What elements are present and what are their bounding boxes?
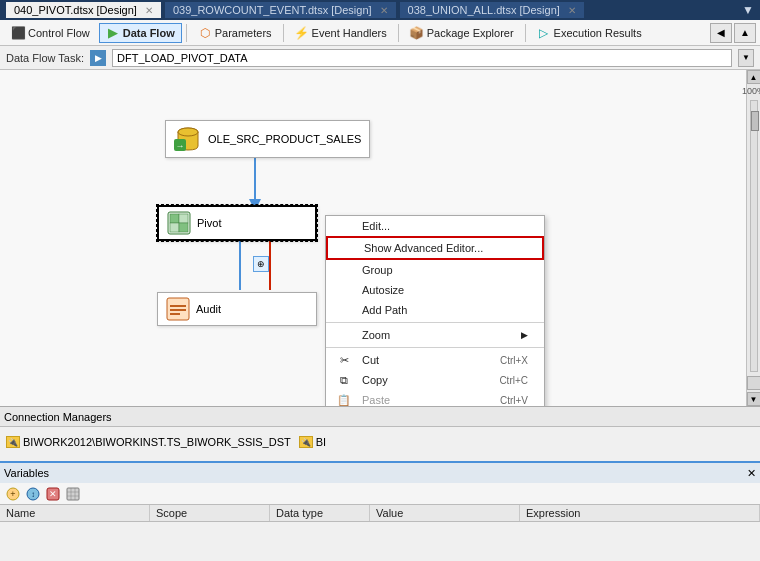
connection-managers-content: 🔌 BIWORK2012\BIWORKINST.TS_BIWORK_SSIS_D… bbox=[0, 427, 760, 457]
tab-040-pivot-label: 040_PIVOT.dtsx [Design] bbox=[14, 4, 137, 16]
execution-results-icon: ▷ bbox=[537, 26, 551, 40]
cm-zoom-label: Zoom bbox=[362, 329, 390, 341]
cm-edit[interactable]: Edit... bbox=[326, 216, 544, 236]
cm-cut[interactable]: ✂ Cut Ctrl+X bbox=[326, 350, 544, 370]
pivot-node[interactable]: Pivot bbox=[157, 205, 317, 241]
variables-header: Variables ✕ bbox=[0, 463, 760, 483]
toolbar-divider-3 bbox=[398, 24, 399, 42]
main-window: 040_PIVOT.dtsx [Design] ✕ 039_ROWCOUNT_E… bbox=[0, 0, 760, 561]
tab-039-rowcount-close[interactable]: ✕ bbox=[380, 5, 388, 16]
svg-rect-11 bbox=[179, 223, 188, 232]
svg-rect-9 bbox=[179, 214, 188, 223]
tab-039-rowcount[interactable]: 039_ROWCOUNT_EVENT.dtsx [Design] ✕ bbox=[165, 2, 396, 18]
toolbar-divider-4 bbox=[525, 24, 526, 42]
toolbar-collapse-btn[interactable]: ▲ bbox=[734, 23, 756, 43]
tab-040-pivot-close[interactable]: ✕ bbox=[145, 5, 153, 16]
connection-item-2[interactable]: 🔌 BI bbox=[299, 436, 326, 448]
copy-icon: ⧉ bbox=[336, 372, 352, 388]
cm-show-advanced-editor[interactable]: Show Advanced Editor... bbox=[326, 236, 544, 260]
variables-title: Variables bbox=[4, 467, 49, 479]
grid-variable-btn[interactable] bbox=[64, 486, 82, 502]
add-variable-btn[interactable]: + bbox=[4, 486, 22, 502]
scroll-down-btn[interactable]: ▼ bbox=[747, 392, 761, 406]
cm-show-advanced-editor-label: Show Advanced Editor... bbox=[364, 242, 483, 254]
delete-variable-btn[interactable]: ✕ bbox=[44, 486, 62, 502]
svg-rect-8 bbox=[170, 214, 179, 223]
settings-icon[interactable]: ▼ bbox=[742, 3, 754, 17]
task-dropdown-btn[interactable]: ▼ bbox=[738, 49, 754, 67]
connection-item-1[interactable]: 🔌 BIWORK2012\BIWORKINST.TS_BIWORK_SSIS_D… bbox=[6, 436, 291, 448]
tab-038-union-label: 038_UNION_ALL.dtsx [Design] bbox=[408, 4, 560, 16]
connection-label-1: BIWORK2012\BIWORKINST.TS_BIWORK_SSIS_DST bbox=[23, 436, 291, 448]
svg-text:✕: ✕ bbox=[49, 489, 57, 499]
connection-managers-tab[interactable]: Connection Managers bbox=[4, 411, 112, 423]
pivot-icon bbox=[167, 211, 191, 235]
resize-handle[interactable]: ⊕ bbox=[253, 256, 269, 272]
cm-copy-label: Copy bbox=[362, 374, 388, 386]
cm-paste-label: Paste bbox=[362, 394, 390, 406]
toolbar-data-flow[interactable]: ▶ Data Flow bbox=[99, 23, 182, 43]
right-scrollbar: ▲ 100% ▼ bbox=[746, 70, 760, 406]
toolbar-expand-btn[interactable]: ◀ bbox=[710, 23, 732, 43]
connection-managers-bar: Connection Managers bbox=[0, 407, 760, 427]
cm-cut-shortcut: Ctrl+X bbox=[500, 355, 528, 366]
tab-038-union-close[interactable]: ✕ bbox=[568, 5, 576, 16]
source-db-icon: → bbox=[174, 125, 202, 153]
cm-group[interactable]: Group bbox=[326, 260, 544, 280]
control-flow-label: Control Flow bbox=[28, 27, 90, 39]
paste-icon: 📋 bbox=[336, 392, 352, 406]
cm-sep1 bbox=[326, 322, 544, 323]
design-canvas[interactable]: → OLE_SRC_PRODUCT_SALES Pivot ⊕ bbox=[0, 70, 760, 406]
event-handlers-icon: ⚡ bbox=[295, 26, 309, 40]
toolbar-event-handlers[interactable]: ⚡ Event Handlers bbox=[288, 23, 394, 43]
scrollbar-square[interactable] bbox=[747, 376, 760, 390]
cm-edit-label: Edit... bbox=[362, 220, 390, 232]
cm-zoom-arrow: ▶ bbox=[521, 330, 528, 340]
cm-zoom[interactable]: Zoom ▶ bbox=[326, 325, 544, 345]
toolbar-parameters[interactable]: ⬡ Parameters bbox=[191, 23, 279, 43]
task-value-box: DFT_LOAD_PIVOT_DATA bbox=[112, 49, 732, 67]
variables-close-btn[interactable]: ✕ bbox=[747, 467, 756, 480]
move-variable-btn[interactable]: ↕ bbox=[24, 486, 42, 502]
svg-rect-15 bbox=[170, 313, 180, 315]
svg-rect-22 bbox=[67, 488, 79, 500]
vars-col-value: Value bbox=[370, 505, 520, 521]
tab-038-union[interactable]: 038_UNION_ALL.dtsx [Design] ✕ bbox=[400, 2, 584, 18]
svg-text:↕: ↕ bbox=[31, 490, 35, 499]
tab-bar: 040_PIVOT.dtsx [Design] ✕ 039_ROWCOUNT_E… bbox=[6, 2, 584, 18]
design-canvas-container: → OLE_SRC_PRODUCT_SALES Pivot ⊕ bbox=[0, 70, 760, 406]
toolbar-control-flow[interactable]: ⬛ Control Flow bbox=[4, 23, 97, 43]
main-toolbar: ⬛ Control Flow ▶ Data Flow ⬡ Parameters … bbox=[0, 20, 760, 46]
connection-label-2: BI bbox=[316, 436, 326, 448]
parameters-label: Parameters bbox=[215, 27, 272, 39]
zoom-label: 100% bbox=[742, 86, 760, 96]
event-handlers-label: Event Handlers bbox=[312, 27, 387, 39]
tab-040-pivot[interactable]: 040_PIVOT.dtsx [Design] ✕ bbox=[6, 2, 161, 18]
toolbar-execution-results[interactable]: ▷ Execution Results bbox=[530, 23, 649, 43]
scroll-up-btn[interactable]: ▲ bbox=[747, 70, 761, 84]
task-row: Data Flow Task: ▶ DFT_LOAD_PIVOT_DATA ▼ bbox=[0, 46, 760, 70]
cm-copy[interactable]: ⧉ Copy Ctrl+C bbox=[326, 370, 544, 390]
zoom-thumb[interactable] bbox=[751, 111, 759, 131]
cm-autosize[interactable]: Autosize bbox=[326, 280, 544, 300]
execution-results-label: Execution Results bbox=[554, 27, 642, 39]
zoom-track[interactable] bbox=[750, 100, 758, 372]
add-variable-icon: + bbox=[6, 487, 20, 501]
source-node[interactable]: → OLE_SRC_PRODUCT_SALES bbox=[165, 120, 370, 158]
svg-rect-13 bbox=[170, 305, 186, 307]
context-menu: Edit... Show Advanced Editor... Group Au… bbox=[325, 215, 545, 406]
toolbar-package-explorer[interactable]: 📦 Package Explorer bbox=[403, 23, 521, 43]
svg-point-4 bbox=[178, 128, 198, 136]
cm-add-path[interactable]: Add Path bbox=[326, 300, 544, 320]
cm-paste-shortcut: Ctrl+V bbox=[500, 395, 528, 406]
vars-col-scope: Scope bbox=[150, 505, 270, 521]
cm-cut-label: Cut bbox=[362, 354, 379, 366]
svg-rect-10 bbox=[170, 223, 179, 232]
data-flow-icon: ▶ bbox=[106, 26, 120, 40]
audit-node[interactable]: Audit bbox=[157, 292, 317, 326]
source-node-label: OLE_SRC_PRODUCT_SALES bbox=[208, 133, 361, 145]
toolbar-right-buttons: ◀ ▲ bbox=[710, 23, 756, 43]
audit-node-label: Audit bbox=[196, 303, 221, 315]
package-explorer-label: Package Explorer bbox=[427, 27, 514, 39]
cm-group-label: Group bbox=[362, 264, 393, 276]
